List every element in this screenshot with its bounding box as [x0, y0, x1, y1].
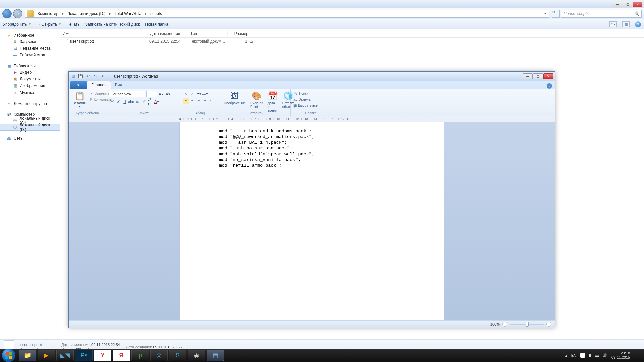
file-row[interactable]: user.script.txt 09.11.2015 22:54 Текстов…: [60, 38, 644, 45]
breadcrumb-seg[interactable]: Локальный диск (D:): [65, 10, 108, 17]
insert-datetime-button[interactable]: 📅Дата и время: [266, 90, 279, 113]
language-indicator[interactable]: EN: [571, 353, 576, 357]
start-button[interactable]: [2, 349, 15, 362]
volume-icon[interactable]: 🔊: [603, 353, 607, 358]
col-name[interactable]: Имя: [60, 31, 147, 36]
taskbar-mediaplayer-icon[interactable]: ▶: [38, 350, 55, 361]
taskbar-explorer-icon[interactable]: 📁: [19, 350, 36, 361]
col-type[interactable]: Тип: [187, 31, 228, 36]
nav-music[interactable]: ♪Музыка: [0, 89, 60, 96]
nav-desktop[interactable]: ▬Рабочий стол: [0, 52, 60, 58]
breadcrumb-seg[interactable]: Компьютер: [35, 10, 61, 17]
newfolder-button[interactable]: Новая папка: [145, 22, 168, 27]
undo-icon[interactable]: ↶: [85, 73, 91, 79]
minimize-button[interactable]: —: [523, 73, 533, 79]
view-mode-button[interactable]: ≡ ▾: [609, 21, 617, 27]
zoom-in-button[interactable]: +: [546, 322, 551, 327]
align-left-button[interactable]: ≡: [183, 98, 189, 104]
indent-dec-button[interactable]: ≤: [183, 90, 189, 97]
align-justify-button[interactable]: ≡: [202, 98, 208, 104]
document-content[interactable]: mod "___tribes_and_kingdoms.pack"; mod "…: [179, 122, 444, 320]
replace-button[interactable]: abЗамена: [293, 97, 318, 102]
italic-button[interactable]: К: [115, 99, 121, 105]
taskbar-app-icon[interactable]: ◎: [150, 350, 168, 361]
superscript-button[interactable]: x²: [141, 99, 147, 105]
forward-button[interactable]: →: [13, 9, 22, 18]
linespacing-button[interactable]: ‡≡▾: [202, 90, 208, 97]
underline-button[interactable]: Ч: [122, 99, 128, 105]
chevron-down-icon[interactable]: ▼: [542, 12, 549, 15]
back-button[interactable]: ←: [2, 9, 12, 18]
close-button[interactable]: ✕: [633, 2, 642, 7]
refresh-button[interactable]: ↻: [552, 10, 560, 18]
document-area[interactable]: mod "___tribes_and_kingdoms.pack"; mod "…: [69, 122, 555, 320]
print-button[interactable]: Печать: [66, 22, 79, 27]
wordpad-appmenu-icon[interactable]: ▥: [70, 73, 76, 79]
tray-expand-icon[interactable]: ▴: [565, 353, 567, 358]
network-icon[interactable]: ▬: [595, 353, 599, 357]
nav-downloads[interactable]: ⬇Загрузки: [0, 38, 60, 45]
show-desktop-button[interactable]: [637, 349, 640, 362]
nav-libraries[interactable]: ▦Библиотеки: [0, 63, 60, 69]
nav-video[interactable]: ▶Видео: [0, 69, 60, 76]
grow-font-button[interactable]: A▴: [158, 91, 164, 97]
qat-dropdown-icon[interactable]: ▼: [100, 73, 106, 79]
find-button[interactable]: 🔍Поиск: [293, 90, 318, 96]
paste-button[interactable]: 📋Вставить▼: [71, 90, 88, 109]
bullets-button[interactable]: ≣▾: [196, 90, 202, 97]
action-center-icon[interactable]: [580, 353, 585, 358]
preview-pane-button[interactable]: ▥: [622, 21, 630, 27]
insert-picture-button[interactable]: 🖼Изображение: [223, 90, 247, 106]
help-icon[interactable]: ?: [547, 83, 552, 89]
help-icon[interactable]: ?: [635, 21, 641, 27]
nav-network[interactable]: 🖧Сеть: [0, 135, 60, 141]
taskbar-skype-icon[interactable]: S: [169, 350, 186, 361]
insert-paint-button[interactable]: 🎨Рисунок Paint: [249, 90, 264, 109]
strike-button[interactable]: abc: [128, 99, 134, 105]
tab-view[interactable]: Вид: [111, 81, 126, 89]
maximize-button[interactable]: ▢: [623, 2, 632, 7]
col-date[interactable]: Дата изменения: [147, 31, 187, 36]
save-icon[interactable]: 💾: [77, 73, 84, 79]
nav-favorites[interactable]: ★Избранное: [0, 32, 60, 38]
taskbar-photoshop-icon[interactable]: Ps: [75, 350, 93, 361]
bold-button[interactable]: Ж: [109, 99, 115, 105]
align-center-button[interactable]: ≡: [189, 98, 195, 104]
ruler[interactable]: 3 · ı · 2 · ı · 1 · ı · ᶻ · ı · 1 · ı · …: [69, 116, 555, 122]
nav-documents[interactable]: ▣Документы: [0, 76, 60, 82]
align-right-button[interactable]: ≡: [196, 98, 202, 104]
col-size[interactable]: Размер: [228, 31, 251, 36]
breadcrumb-seg[interactable]: scripts: [148, 10, 165, 17]
taskbar-wordpad-icon[interactable]: ▤: [207, 350, 224, 361]
taskbar-yandex-search-icon[interactable]: Я: [113, 350, 130, 361]
taskbar-yandex-icon[interactable]: Y: [94, 350, 111, 361]
tab-home[interactable]: Главная: [87, 81, 111, 89]
file-tab[interactable]: ▾: [70, 81, 87, 89]
fontcolor-button[interactable]: A▾: [154, 99, 160, 105]
paragraph-dialog-button[interactable]: ¶: [208, 98, 214, 104]
maximize-button[interactable]: ▢: [533, 73, 543, 79]
subscript-button[interactable]: x₂: [135, 99, 141, 105]
taskbar-utorrent-icon[interactable]: µ: [131, 350, 149, 361]
search-input[interactable]: Поиск: scripts 🔍: [561, 10, 642, 18]
nav-disk-d[interactable]: ⛁Локальный диск (D:): [0, 124, 60, 131]
minimize-button[interactable]: —: [613, 2, 622, 7]
breadcrumb-seg[interactable]: Total War Attila: [112, 10, 144, 17]
tray-app-icon[interactable]: ▮: [589, 353, 591, 358]
taskbar-steam-icon[interactable]: ◉: [188, 350, 205, 361]
redo-icon[interactable]: ↷: [92, 73, 98, 79]
highlight-button[interactable]: 🖍▾: [147, 99, 153, 105]
zoom-out-button[interactable]: −: [502, 322, 507, 327]
close-button[interactable]: ✕: [543, 73, 553, 79]
nav-images[interactable]: ▦Изображения: [0, 82, 60, 89]
address-bar[interactable]: Компьютер▶ Локальный диск (D:)▶ Total Wa…: [25, 10, 549, 18]
nav-homegroup[interactable]: ⌂Домашняя группа: [0, 101, 60, 107]
clock[interactable]: 23:18 09.11.2015: [611, 351, 630, 360]
nav-recent[interactable]: ▤Недавние места: [0, 45, 60, 52]
open-button[interactable]: ▭Открыть▼: [36, 22, 61, 27]
zoom-slider[interactable]: [510, 324, 544, 325]
organize-button[interactable]: Упорядочить▼: [3, 22, 31, 27]
wordpad-titlebar[interactable]: ▥ 💾 ↶ ↷ ▼ | user.script.txt - WordPad — …: [69, 72, 555, 81]
indent-inc-button[interactable]: ≥: [189, 90, 195, 97]
column-headers[interactable]: Имя Дата изменения Тип Размер: [60, 29, 644, 38]
